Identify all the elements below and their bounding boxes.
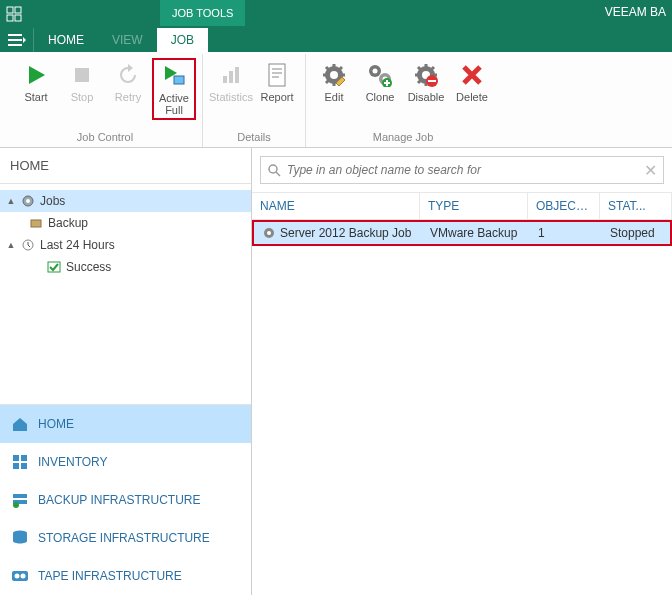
disable-icon <box>412 61 440 89</box>
svg-rect-1 <box>15 7 21 13</box>
left-pane-header: HOME <box>0 148 251 184</box>
contextual-tab-job-tools: JOB TOOLS <box>160 0 245 26</box>
svg-rect-9 <box>269 64 285 86</box>
svg-rect-34 <box>12 571 28 581</box>
active-full-button[interactable]: Active Full <box>152 58 196 120</box>
storage-infra-icon <box>10 528 30 548</box>
tree-label: Jobs <box>40 194 65 208</box>
nav-home[interactable]: HOME <box>0 405 251 443</box>
clone-button[interactable]: Clone <box>358 58 402 106</box>
delete-label: Delete <box>456 91 488 103</box>
disable-label: Disable <box>408 91 445 103</box>
cell-name: Server 2012 Backup Job <box>280 226 411 240</box>
svg-rect-25 <box>48 262 60 272</box>
inventory-icon <box>10 452 30 472</box>
tree-node-success[interactable]: Success <box>0 256 251 278</box>
svg-point-11 <box>330 71 338 79</box>
backup-icon <box>28 215 44 231</box>
chevron-down-icon[interactable]: ▲ <box>6 240 16 250</box>
svg-point-35 <box>15 574 20 579</box>
nav-label: INVENTORY <box>38 455 108 469</box>
svg-rect-2 <box>7 15 13 21</box>
ribbon: Start Stop Retry Active Full Job Control… <box>0 52 672 148</box>
svg-rect-4 <box>75 68 89 82</box>
report-button[interactable]: Report <box>255 58 299 106</box>
cell-type: VMware Backup <box>422 222 530 244</box>
clone-label: Clone <box>366 91 395 103</box>
statistics-icon <box>217 61 245 89</box>
play-icon <box>22 61 50 89</box>
tab-home[interactable]: HOME <box>34 28 98 52</box>
nav-tree: ▲ Jobs Backup ▲ Last 24 Hours Success <box>0 184 251 404</box>
delete-button[interactable]: Delete <box>450 58 494 106</box>
stop-button[interactable]: Stop <box>60 58 104 106</box>
svg-point-32 <box>13 502 19 508</box>
start-button[interactable]: Start <box>14 58 58 106</box>
nav-tape-infra[interactable]: TAPE INFRASTRUCTURE <box>0 557 251 595</box>
svg-rect-7 <box>229 71 233 83</box>
svg-rect-6 <box>223 76 227 83</box>
clock-icon <box>20 237 36 253</box>
svg-rect-0 <box>7 7 13 13</box>
col-name[interactable]: NAME <box>252 193 420 219</box>
start-label: Start <box>24 91 47 103</box>
right-pane: ✕ NAME TYPE OBJECTS↓ STAT... Server 2012… <box>252 148 672 595</box>
grid-row[interactable]: Server 2012 Backup Job VMware Backup 1 S… <box>252 220 672 246</box>
group-label-details: Details <box>237 129 271 147</box>
search-icon <box>267 163 281 177</box>
retry-button[interactable]: Retry <box>106 58 150 106</box>
disable-button[interactable]: Disable <box>404 58 448 106</box>
backup-infra-icon <box>10 490 30 510</box>
svg-point-36 <box>21 574 26 579</box>
tree-node-backup[interactable]: Backup <box>0 212 251 234</box>
col-status[interactable]: STAT... <box>600 193 672 219</box>
nav-inventory[interactable]: INVENTORY <box>0 443 251 481</box>
job-grid: NAME TYPE OBJECTS↓ STAT... Server 2012 B… <box>252 193 672 246</box>
tree-node-last24[interactable]: ▲ Last 24 Hours <box>0 234 251 256</box>
nav-label: TAPE INFRASTRUCTURE <box>38 569 182 583</box>
clear-search-button[interactable]: ✕ <box>644 161 657 180</box>
retry-label: Retry <box>115 91 141 103</box>
stop-label: Stop <box>71 91 94 103</box>
svg-rect-27 <box>21 455 27 461</box>
edit-gear-icon <box>320 61 348 89</box>
main-menu-button[interactable] <box>0 28 34 52</box>
tab-view[interactable]: VIEW <box>98 28 157 52</box>
nav-label: STORAGE INFRASTRUCTURE <box>38 531 210 545</box>
svg-rect-28 <box>13 463 19 469</box>
tree-node-jobs[interactable]: ▲ Jobs <box>0 190 251 212</box>
edit-label: Edit <box>325 91 344 103</box>
col-type[interactable]: TYPE <box>420 193 528 219</box>
clone-icon <box>366 61 394 89</box>
svg-rect-23 <box>31 220 41 227</box>
title-bar: JOB TOOLS VEEAM BA <box>0 0 672 28</box>
tab-job[interactable]: JOB <box>157 28 208 52</box>
nav-backup-infra[interactable]: BACKUP INFRASTRUCTURE <box>0 481 251 519</box>
ribbon-group-job-control: Start Stop Retry Active Full Job Control <box>8 54 203 147</box>
product-title: VEEAM BA <box>605 5 666 19</box>
left-pane: HOME ▲ Jobs Backup ▲ Last 24 Hours Succe… <box>0 148 252 595</box>
grid-header: NAME TYPE OBJECTS↓ STAT... <box>252 193 672 220</box>
svg-rect-8 <box>235 67 239 83</box>
tree-label: Success <box>66 260 111 274</box>
col-objects[interactable]: OBJECTS↓ <box>528 193 600 219</box>
chevron-down-icon[interactable]: ▲ <box>6 196 16 206</box>
jobs-icon <box>20 193 36 209</box>
nav-storage-infra[interactable]: STORAGE INFRASTRUCTURE <box>0 519 251 557</box>
active-full-icon <box>160 62 188 90</box>
nav-section: HOME INVENTORY BACKUP INFRASTRUCTURE STO… <box>0 404 251 595</box>
report-icon <box>263 61 291 89</box>
active-full-label: Active Full <box>159 92 189 116</box>
edit-button[interactable]: Edit <box>312 58 356 106</box>
svg-rect-5 <box>174 76 184 84</box>
svg-rect-26 <box>13 455 19 461</box>
main-split: HOME ▲ Jobs Backup ▲ Last 24 Hours Succe… <box>0 148 672 595</box>
search-box[interactable]: ✕ <box>260 156 664 184</box>
statistics-button[interactable]: Statistics <box>209 58 253 106</box>
svg-rect-29 <box>21 463 27 469</box>
nav-label: HOME <box>38 417 74 431</box>
tape-infra-icon <box>10 566 30 586</box>
stop-icon <box>68 61 96 89</box>
svg-rect-3 <box>15 15 21 21</box>
search-input[interactable] <box>287 163 638 177</box>
